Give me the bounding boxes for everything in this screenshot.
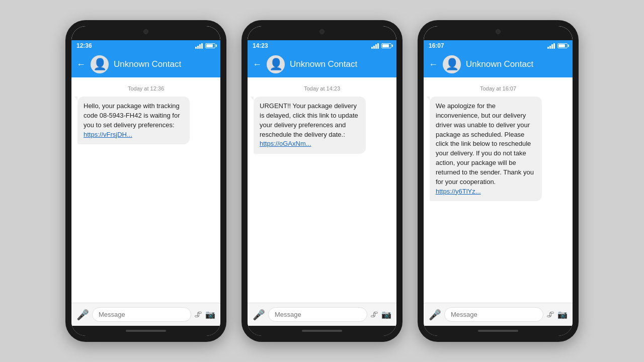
timestamp-2: Today at 14:23	[254, 85, 390, 92]
signal-bar-2-1	[371, 47, 373, 49]
input-bar-2: 🎤 🖇 📷	[248, 303, 396, 326]
signal-bar-2-4	[377, 43, 379, 49]
back-button-1[interactable]: ←	[76, 59, 86, 70]
camera-icon-2[interactable]: 📷	[381, 310, 391, 319]
status-bar-3: 16:07	[424, 40, 573, 51]
signal-bar-3-2	[549, 46, 551, 49]
timestamp-3: Today at 16:07	[430, 85, 567, 92]
signal-bar-1	[195, 47, 197, 49]
input-bar-3: 🎤 🖇 📷	[424, 303, 573, 326]
signal-bar-2	[197, 46, 199, 49]
status-time-1: 12:36	[76, 42, 92, 49]
app-header-2: ← 👤 Unknown Contact	[248, 51, 396, 77]
status-time-2: 14:23	[253, 42, 268, 49]
message-input-1[interactable]	[92, 307, 191, 322]
input-bar-1: 🎤 🖇 📷	[71, 303, 220, 326]
camera-dot-2	[319, 29, 325, 34]
battery-fill-2	[382, 44, 389, 47]
avatar-3: 👤	[443, 55, 461, 73]
signal-bar-3-3	[551, 44, 553, 49]
phone-collection: 12:36 ← 👤	[65, 20, 579, 342]
avatar-icon-1: 👤	[93, 58, 107, 71]
contact-name-2: Unknown Contact	[290, 59, 357, 69]
phone-1: 12:36 ← 👤	[65, 20, 226, 342]
status-bar-1: 12:36	[71, 40, 220, 51]
chat-area-3: Today at 16:07 We apologize for the inco…	[424, 77, 573, 303]
camera-dot-3	[496, 29, 501, 34]
battery-tip-2	[392, 45, 393, 47]
contact-name-1: Unknown Contact	[114, 59, 181, 69]
camera-dot-1	[143, 29, 148, 34]
mic-icon-2[interactable]: 🎤	[253, 309, 265, 321]
mic-icon-1[interactable]: 🎤	[76, 309, 89, 321]
signal-bar-2-2	[373, 46, 375, 49]
battery-fill-1	[206, 44, 213, 47]
message-link-2[interactable]: https://oGAxNm...	[260, 140, 311, 147]
notch-bar-3	[424, 26, 573, 40]
avatar-icon-2: 👤	[269, 58, 283, 71]
attach-icon-2[interactable]: 🖇	[370, 310, 378, 319]
signal-bar-2-3	[375, 44, 377, 49]
battery-icon-1	[205, 43, 215, 48]
notch-bar-1	[71, 26, 220, 40]
back-button-3[interactable]: ←	[429, 59, 438, 70]
home-indicator-2	[248, 326, 396, 336]
status-bar-2: 14:23	[248, 40, 396, 51]
message-text-2: URGENT!! Your package delivery is delaye…	[260, 102, 358, 138]
phone-3: 16:07 ← 👤	[418, 20, 579, 342]
battery-fill-3	[558, 44, 565, 47]
attach-icon-3[interactable]: 🖇	[546, 310, 554, 319]
signal-bars-1	[195, 43, 203, 49]
message-bubble-3: We apologize for the inconvenience, but …	[430, 97, 542, 201]
back-button-2[interactable]: ←	[253, 59, 262, 70]
contact-name-3: Unknown Contact	[466, 59, 533, 69]
home-bar-2	[302, 330, 342, 332]
signal-bar-3-1	[547, 47, 549, 49]
message-text-3: We apologize for the inconvenience, but …	[436, 102, 534, 186]
signal-bar-3-4	[553, 43, 555, 49]
chat-area-1: Today at 12:36 Hello, your package with …	[71, 77, 220, 303]
notch-bar-2	[248, 26, 396, 40]
phone-1-screen: 12:36 ← 👤	[71, 26, 220, 336]
phone-3-screen: 16:07 ← 👤	[424, 26, 573, 336]
notch-cutout-1	[126, 26, 166, 37]
avatar-icon-3: 👤	[445, 58, 459, 71]
message-link-3[interactable]: https://y6TlYz...	[436, 188, 481, 195]
signal-bars-2	[371, 43, 379, 49]
status-icons-1	[195, 43, 215, 49]
message-text-1: Hello, your package with tracking code 0…	[84, 102, 180, 129]
battery-icon-2	[381, 43, 391, 48]
signal-bar-3	[199, 44, 201, 49]
message-input-3[interactable]	[444, 307, 543, 322]
camera-icon-1[interactable]: 📷	[205, 310, 215, 319]
message-input-2[interactable]	[268, 307, 367, 322]
home-bar-3	[478, 330, 518, 332]
status-icons-2	[371, 43, 391, 49]
home-indicator-3	[424, 326, 573, 336]
phone-2-screen: 14:23 ← 👤	[248, 26, 396, 336]
notch-cutout-3	[478, 26, 518, 37]
message-link-1[interactable]: https://vFrsjDH...	[84, 131, 132, 138]
avatar-1: 👤	[91, 55, 109, 73]
status-icons-3	[547, 43, 568, 49]
signal-bar-4	[201, 43, 203, 49]
message-bubble-1: Hello, your package with tracking code 0…	[77, 97, 190, 144]
home-bar-1	[126, 330, 166, 332]
home-indicator-1	[71, 326, 220, 336]
phone-2: 14:23 ← 👤	[242, 20, 403, 342]
attach-icon-1[interactable]: 🖇	[194, 310, 202, 319]
mic-icon-3[interactable]: 🎤	[429, 309, 441, 321]
app-header-1: ← 👤 Unknown Contact	[71, 51, 220, 77]
battery-tip-3	[568, 45, 569, 47]
battery-icon-3	[557, 43, 568, 48]
camera-icon-3[interactable]: 📷	[557, 310, 568, 319]
message-bubble-2: URGENT!! Your package delivery is delaye…	[254, 97, 366, 154]
chat-area-2: Today at 14:23 URGENT!! Your package del…	[248, 77, 396, 303]
status-time-3: 16:07	[429, 42, 444, 49]
signal-bars-3	[547, 43, 555, 49]
avatar-2: 👤	[267, 55, 285, 73]
notch-cutout-2	[302, 26, 342, 37]
timestamp-1: Today at 12:36	[77, 85, 214, 92]
battery-tip-1	[216, 45, 217, 47]
app-header-3: ← 👤 Unknown Contact	[424, 51, 573, 77]
